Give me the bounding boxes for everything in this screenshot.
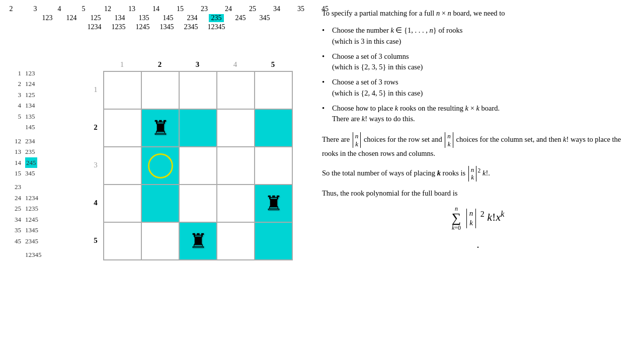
cell-1-5 xyxy=(255,71,292,109)
cell-3-5 xyxy=(255,147,292,185)
cell-4-2 xyxy=(141,185,179,222)
top-row-1: 1 2 3 4 5 12 13 14 15 23 24 25 34 35 45 xyxy=(10,5,302,13)
bullet-4: Choose how to place k rooks on the resul… xyxy=(322,103,634,125)
cell-1-2 xyxy=(141,71,179,109)
cell-2-3 xyxy=(179,109,217,147)
top-numbers: 1 2 3 4 5 12 13 14 15 23 24 25 34 35 45 … xyxy=(10,5,302,31)
cell-5-1 xyxy=(104,222,141,260)
row-header-4: 4 xyxy=(88,184,103,222)
rook-4-5: ♜ xyxy=(265,194,283,214)
row-header-3: 3 xyxy=(88,146,103,184)
col-header-3: 3 xyxy=(179,60,216,71)
col-header-2: 2 xyxy=(141,60,179,71)
row-header-2: 2 xyxy=(88,109,103,146)
col-headers: 1 2 3 4 5 xyxy=(103,60,293,71)
top-row-3: 1234 1235 1245 1345 2345 12345 xyxy=(10,23,302,31)
left-panel: 1 2 3 4 5 12 13 14 15 23 24 25 34 35 45 … xyxy=(0,0,312,362)
right-panel: To specify a partial matching for a full… xyxy=(312,0,644,362)
bullet-3: Choose a set of 3 rows (which is {2, 4, … xyxy=(322,77,634,99)
period: . xyxy=(322,236,634,252)
cell-4-4 xyxy=(217,185,255,222)
formula-block: n ∑ k=0 n k 2 k!xk xyxy=(322,205,634,231)
cell-3-1 xyxy=(104,147,141,185)
board-row-wrap: 1 2 3 4 5 ♜ xyxy=(88,71,293,260)
bullet-list: Choose the number k ∈ {1, . . . , n} of … xyxy=(322,25,634,125)
cell-2-4 xyxy=(217,109,255,147)
cell-3-4 xyxy=(217,147,255,185)
top-row-2: 123 124 125 134 135 145 234 235 245 345 xyxy=(10,14,302,22)
row-header-5: 5 xyxy=(88,222,103,259)
rook-2-2: ♜ xyxy=(151,118,170,138)
chess-board-grid: ♜ ♜ xyxy=(103,71,293,260)
cell-5-2 xyxy=(141,222,179,260)
intro-text: To specify a partial matching for a full… xyxy=(322,8,634,19)
row-header-1: 1 xyxy=(88,71,103,109)
cell-1-4 xyxy=(217,71,255,109)
cell-1-1 xyxy=(104,71,141,109)
cell-2-5 xyxy=(255,109,292,147)
cell-1-3 xyxy=(179,71,217,109)
cell-3-2 xyxy=(141,147,179,185)
para-choices: There are nk choices for the row set and… xyxy=(322,132,634,159)
cell-2-1 xyxy=(104,109,141,147)
cell-2-2: ♜ xyxy=(141,109,179,147)
cell-4-5: ♜ xyxy=(255,185,292,222)
bullet-2: Choose a set of 3 columns (which is {2, … xyxy=(322,51,634,73)
chess-board-container: 1 2 3 4 5 1 2 3 4 5 xyxy=(88,60,293,260)
col-header-4: 4 xyxy=(216,60,254,71)
cell-4-1 xyxy=(104,185,141,222)
cursor-circle xyxy=(148,153,173,178)
cell-4-3 xyxy=(179,185,217,222)
cell-5-3: ♜ xyxy=(179,222,217,260)
col-header-1: 1 xyxy=(103,60,141,71)
para-rook-poly: Thus, the rook polynomial for the full b… xyxy=(322,188,634,199)
row-headers: 1 2 3 4 5 xyxy=(88,71,103,260)
bullet-1: Choose the number k ∈ {1, . . . , n} of … xyxy=(322,25,634,47)
col-header-5: 5 xyxy=(254,60,292,71)
cell-5-4 xyxy=(217,222,255,260)
left-list: 1123 2124 3125 4134 5135 145 12234 13235… xyxy=(10,68,42,260)
cell-3-3 xyxy=(179,147,217,185)
para-total: So the total number of ways of placing k… xyxy=(322,166,634,182)
cell-5-5 xyxy=(255,222,292,260)
rook-5-3: ♜ xyxy=(189,231,207,251)
